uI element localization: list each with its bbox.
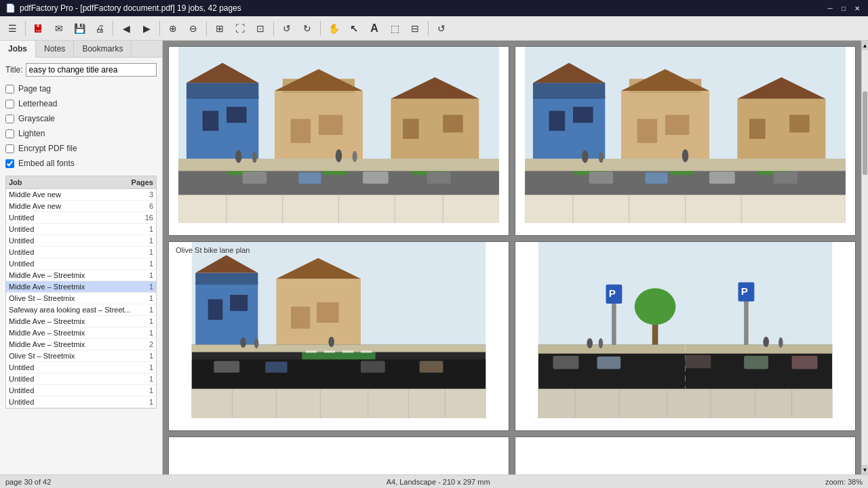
maximize-button[interactable]: □: [838, 3, 849, 14]
select2-button[interactable]: ⬚: [385, 19, 404, 38]
scroll-track[interactable]: [862, 50, 868, 465]
job-list-row[interactable]: Middle Ave – Streetmix2: [6, 339, 156, 350]
toolbar-separator-1: [25, 21, 26, 36]
job-pages: 1: [136, 329, 153, 337]
svg-rect-5: [186, 83, 258, 99]
svg-rect-93: [265, 362, 288, 373]
svg-rect-72: [195, 283, 258, 345]
job-list-header: Job Pages: [5, 176, 157, 189]
save-pdf-button[interactable]: PDF: [29, 19, 48, 38]
save-button[interactable]: 💾: [70, 19, 89, 38]
pdf-view[interactable]: Olive St bike lane plan: [163, 41, 861, 474]
svg-point-89: [240, 338, 246, 348]
toolbar-separator-5: [273, 21, 274, 36]
scroll-thumb[interactable]: [863, 92, 867, 174]
checkbox-letterhead: Letterhead: [5, 98, 157, 109]
job-list-row[interactable]: Untitled1: [6, 224, 156, 235]
pdf-page-5: [168, 436, 509, 474]
grid-button[interactable]: ⊞: [210, 19, 229, 38]
paper-info: A4, Landscape - 210 x 297 mm: [387, 478, 490, 486]
select-button[interactable]: ↖: [344, 19, 363, 38]
svg-rect-39: [533, 95, 605, 159]
job-list-row[interactable]: Untitled1: [6, 247, 156, 258]
title-input[interactable]: [26, 63, 157, 77]
zoom-out-button[interactable]: ⊖: [184, 19, 203, 38]
svg-rect-87: [361, 350, 372, 352]
pan-button[interactable]: ✋: [324, 19, 343, 38]
job-pages: 1: [136, 283, 153, 291]
job-name: Untitled: [9, 237, 136, 245]
screenshot-button[interactable]: ⊟: [406, 19, 425, 38]
menu-button[interactable]: ☰: [3, 19, 22, 38]
scroll-up-arrow[interactable]: ▲: [862, 41, 868, 50]
job-list-row[interactable]: Middle Ave new6: [6, 201, 156, 212]
toolbar-separator-3: [159, 21, 160, 36]
job-list-row[interactable]: Middle Ave – Streetmix1: [6, 327, 156, 339]
print-button[interactable]: 🖨: [90, 19, 109, 38]
job-list-row[interactable]: Middle Ave – Streetmix1: [6, 281, 156, 293]
job-list-row[interactable]: Middle Ave – Streetmix1: [6, 270, 156, 281]
grayscale-checkbox[interactable]: [5, 115, 14, 123]
left-panel: Jobs Notes Bookmarks Title: Page tag Let…: [0, 41, 163, 474]
job-list-row[interactable]: Untitled1: [6, 385, 156, 396]
job-list-row[interactable]: Middle Ave – Streetmix1: [6, 316, 156, 327]
forward-button[interactable]: ▶: [137, 19, 156, 38]
svg-point-60: [599, 152, 604, 163]
tab-notes[interactable]: Notes: [36, 41, 74, 57]
svg-rect-42: [549, 111, 566, 131]
job-list-row[interactable]: Middle Ave new3: [6, 189, 156, 201]
scroll-down-arrow[interactable]: ▼: [862, 465, 868, 474]
fit-button[interactable]: ⛶: [231, 19, 250, 38]
undo-button[interactable]: ↺: [277, 19, 296, 38]
job-pages: 3: [136, 190, 153, 199]
job-pages: 16: [136, 214, 153, 222]
pdf-page-4: P P: [515, 241, 856, 431]
zoom-in-button[interactable]: ⊕: [163, 19, 182, 38]
redo-button[interactable]: ↻: [298, 19, 317, 38]
job-list-row[interactable]: Untitled16: [6, 212, 156, 224]
lighten-checkbox[interactable]: [5, 129, 14, 138]
tab-jobs[interactable]: Jobs: [0, 41, 36, 58]
svg-rect-120: [597, 357, 621, 369]
svg-point-59: [582, 150, 588, 163]
job-pages: 6: [136, 202, 153, 210]
tab-bookmarks[interactable]: Bookmarks: [74, 41, 132, 57]
close-button[interactable]: ✕: [852, 3, 863, 14]
job-list-row[interactable]: Safeway area looking east – Street...1: [6, 304, 156, 316]
job-list-row[interactable]: Olive St – Streetmix1: [6, 350, 156, 362]
svg-point-115: [587, 338, 593, 348]
svg-rect-76: [230, 295, 248, 311]
checkbox-lighten: Lighten: [5, 128, 157, 139]
lighten-label: Lighten: [18, 129, 45, 138]
svg-rect-51: [749, 119, 766, 139]
right-scrollbar[interactable]: ▲ ▼: [861, 41, 868, 474]
svg-point-116: [599, 338, 604, 348]
job-list-row[interactable]: Untitled1: [6, 258, 156, 270]
svg-rect-122: [744, 356, 768, 369]
svg-rect-1: [37, 24, 39, 27]
svg-point-90: [254, 338, 259, 348]
crop-button[interactable]: ⊡: [251, 19, 270, 38]
svg-rect-123: [792, 356, 818, 369]
text-button[interactable]: A: [365, 19, 384, 38]
letterhead-checkbox[interactable]: [5, 100, 14, 108]
minimize-button[interactable]: ─: [825, 3, 835, 14]
title-bar: 📄 pdfFactory Pro - [pdfFactory document.…: [0, 0, 868, 16]
embed-fonts-checkbox[interactable]: [5, 159, 14, 168]
job-list-row[interactable]: Olive St – Streetmix1: [6, 293, 156, 304]
job-list-body[interactable]: Middle Ave new3Middle Ave new6Untitled16…: [5, 189, 157, 409]
email-button[interactable]: ✉: [50, 19, 68, 38]
job-list-row[interactable]: Untitled1: [6, 235, 156, 247]
back-button[interactable]: ◀: [117, 19, 136, 38]
svg-text:PDF: PDF: [36, 29, 42, 33]
job-pages: 1: [136, 294, 153, 302]
job-list-row[interactable]: Untitled1: [6, 373, 156, 385]
job-list-row[interactable]: Untitled1: [6, 396, 156, 408]
encrypt-checkbox[interactable]: [5, 144, 14, 153]
refresh-button[interactable]: ↺: [432, 19, 451, 38]
page-tag-checkbox[interactable]: [5, 85, 14, 94]
app-icon: 📄: [5, 3, 16, 13]
title-bar-controls[interactable]: ─ □ ✕: [825, 3, 863, 14]
job-pages: 1: [136, 248, 153, 256]
job-list-row[interactable]: Untitled1: [6, 362, 156, 373]
